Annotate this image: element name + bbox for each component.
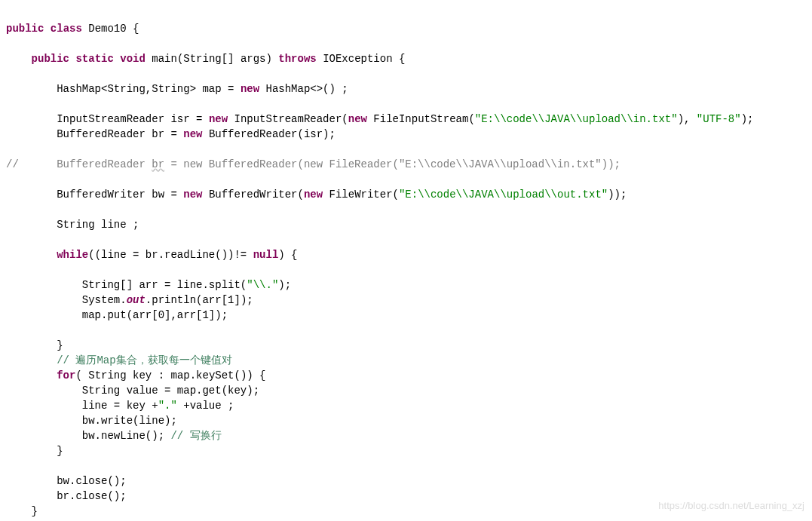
code-block: public class Demo10 { public static void… bbox=[6, 21, 806, 521]
keyword-void: void bbox=[120, 53, 146, 65]
comment-line: // BufferedReader bbox=[6, 158, 152, 170]
keyword-while: while bbox=[57, 249, 88, 261]
keyword-new: new bbox=[183, 128, 202, 140]
keyword-new: new bbox=[209, 113, 228, 125]
keyword-new: new bbox=[183, 188, 202, 201]
keyword-for: for bbox=[57, 369, 75, 382]
comment-line: // 写换行 bbox=[170, 430, 221, 442]
keyword-class: class bbox=[51, 23, 82, 35]
keyword-new: new bbox=[348, 113, 367, 125]
keyword-public: public bbox=[32, 53, 69, 65]
string-literal: "E:\\code\\JAVA\\upload\\in.txt" bbox=[475, 113, 678, 125]
keyword-new: new bbox=[304, 188, 323, 201]
keyword-static: static bbox=[75, 53, 113, 65]
keyword-public: public bbox=[6, 23, 44, 35]
string-literal: "UTF-8" bbox=[697, 113, 741, 125]
static-field-out: out bbox=[127, 294, 146, 306]
keyword-new: new bbox=[241, 83, 259, 95]
keyword-null: null bbox=[253, 249, 279, 261]
string-literal: "." bbox=[158, 400, 177, 412]
string-literal: "\\." bbox=[247, 279, 278, 291]
string-literal: "E:\\code\\JAVA\\upload\\out.txt" bbox=[399, 188, 608, 201]
keyword-throws: throws bbox=[278, 53, 316, 65]
comment-line: // 遍历Map集合，获取每一个键值对 bbox=[57, 354, 231, 366]
